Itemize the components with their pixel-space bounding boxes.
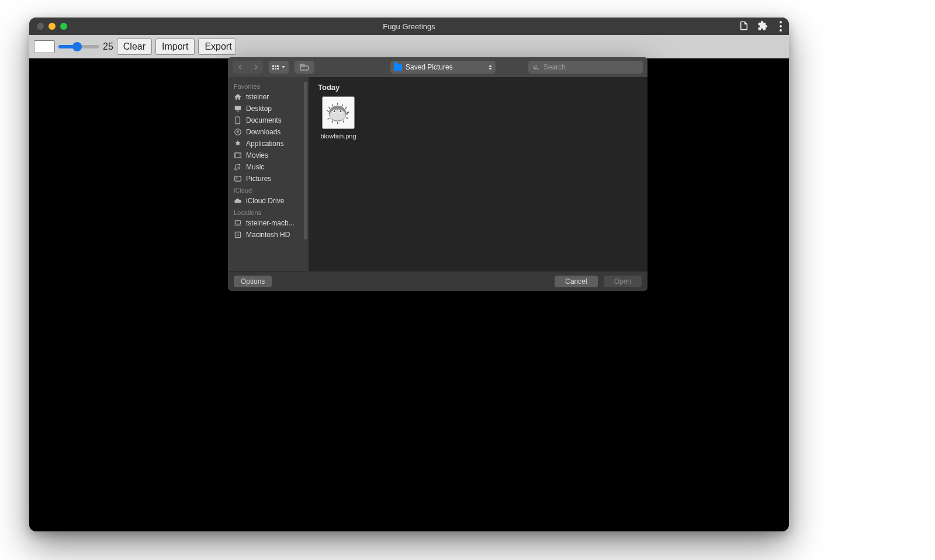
search-field[interactable]: Search [528, 61, 643, 74]
svg-point-7 [236, 178, 237, 179]
dialog-footer: Options Cancel Open [228, 271, 647, 291]
sidebar-item-movies[interactable]: Movies [228, 149, 309, 161]
traffic-lights [29, 23, 67, 30]
file-list[interactable]: Today blowfish.png [309, 77, 647, 271]
blowfish-icon [325, 102, 351, 124]
search-placeholder: Search [543, 63, 566, 71]
pictures-icon [234, 175, 242, 183]
open-button[interactable]: Open [604, 276, 642, 287]
location-select[interactable]: Saved Pictures [390, 61, 496, 74]
movies-icon [234, 151, 242, 159]
svg-rect-0 [300, 66, 309, 70]
search-icon [533, 64, 540, 71]
svg-point-15 [334, 110, 335, 112]
sidebar-item-home[interactable]: tsteiner [228, 91, 309, 103]
options-button[interactable]: Options [234, 276, 272, 287]
dialog-body: Favorites tsteiner Desktop Documents Dow… [228, 77, 647, 271]
svg-point-11 [237, 234, 239, 236]
file-item[interactable]: blowfish.png [318, 96, 359, 140]
file-name: blowfish.png [318, 133, 359, 140]
svg-rect-9 [234, 225, 241, 225]
folder-icon [394, 64, 402, 71]
laptop-icon [234, 219, 242, 227]
sidebar-section-favorites: Favorites [228, 81, 309, 91]
app-toolbar: 25 Clear Import Export [29, 35, 789, 58]
close-window-button[interactable] [37, 23, 44, 30]
view-mode-button[interactable] [269, 61, 289, 74]
slider-value: 25 [103, 41, 113, 52]
sidebar-item-applications[interactable]: Applications [228, 138, 309, 149]
window-title: Fugu Greetings [29, 22, 789, 31]
extensions-icon[interactable] [757, 20, 768, 33]
dialog-toolbar: Saved Pictures Search [228, 57, 647, 77]
disk-icon [234, 231, 242, 239]
import-button[interactable]: Import [155, 39, 195, 55]
svg-rect-8 [235, 221, 240, 224]
titlebar-actions [739, 19, 785, 34]
file-thumbnail [322, 96, 355, 129]
desktop-icon [234, 105, 242, 113]
sidebar-item-computer[interactable]: tsteiner-macb... [228, 217, 309, 229]
applications-icon [234, 140, 242, 148]
svg-rect-2 [235, 106, 241, 110]
titlebar: Fugu Greetings [29, 18, 789, 35]
music-icon [234, 163, 242, 171]
brush-size-slider[interactable] [58, 45, 99, 48]
sidebar-item-icloud-drive[interactable]: iCloud Drive [228, 195, 309, 207]
svg-rect-1 [300, 64, 304, 66]
updown-icon [489, 65, 492, 70]
app-window: Fugu Greetings 25 Clear Import Export [29, 18, 789, 531]
sidebar-item-documents[interactable]: Documents [228, 114, 309, 126]
menu-icon[interactable] [776, 19, 785, 34]
section-today: Today [318, 83, 638, 92]
document-icon[interactable] [739, 20, 749, 33]
slider-thumb[interactable] [72, 42, 82, 51]
sidebar-section-locations: Locations [228, 207, 309, 217]
sidebar-item-disk[interactable]: Macintosh HD [228, 229, 309, 241]
svg-rect-10 [235, 232, 240, 237]
clear-button[interactable]: Clear [117, 39, 152, 55]
sidebar-item-downloads[interactable]: Downloads [228, 126, 309, 138]
chevron-down-icon [282, 66, 285, 68]
sidebar: Favorites tsteiner Desktop Documents Dow… [228, 77, 309, 271]
sidebar-item-pictures[interactable]: Pictures [228, 173, 309, 185]
file-open-dialog: Saved Pictures Search Favorites tsteiner… [228, 57, 647, 291]
nav-forward-button[interactable] [248, 61, 263, 74]
nav-back-button[interactable] [233, 61, 248, 74]
documents-icon [234, 116, 242, 124]
downloads-icon [234, 128, 242, 136]
group-by-button[interactable] [295, 61, 314, 74]
sidebar-scrollbar[interactable] [304, 82, 307, 239]
location-label: Saved Pictures [406, 63, 453, 71]
export-button[interactable]: Export [198, 39, 236, 55]
cancel-button[interactable]: Cancel [555, 276, 597, 287]
color-swatch[interactable] [34, 40, 55, 53]
svg-point-17 [340, 110, 342, 112]
sidebar-item-music[interactable]: Music [228, 161, 309, 173]
svg-rect-6 [235, 176, 241, 181]
sidebar-item-desktop[interactable]: Desktop [228, 103, 309, 114]
svg-rect-3 [237, 111, 239, 112]
maximize-window-button[interactable] [60, 23, 67, 30]
minimize-window-button[interactable] [49, 23, 56, 30]
svg-point-13 [330, 110, 345, 121]
cloud-icon [234, 197, 242, 205]
nav-segment [233, 61, 263, 74]
sidebar-section-icloud: iCloud [228, 185, 309, 195]
home-icon [234, 93, 242, 101]
